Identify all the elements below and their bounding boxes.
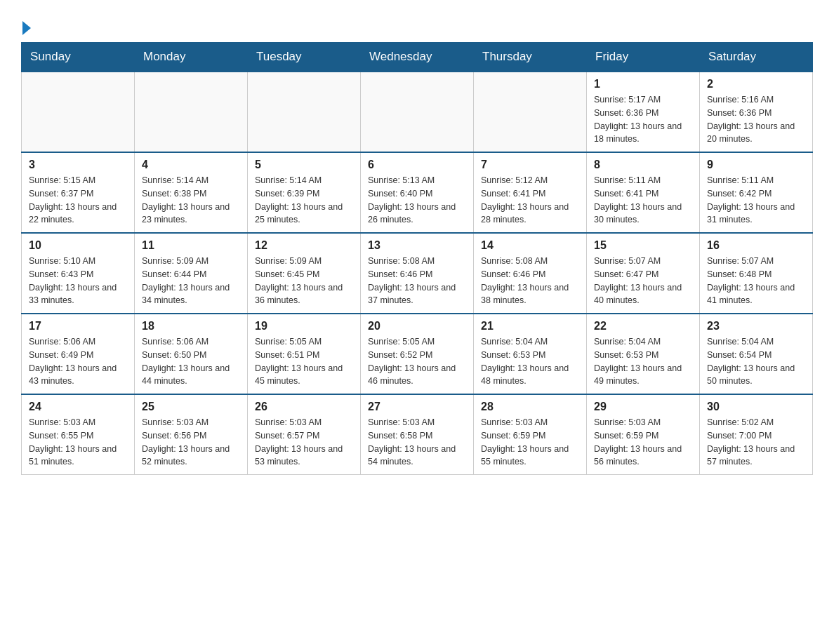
calendar-cell: 23Sunrise: 5:04 AMSunset: 6:54 PMDayligh… <box>700 314 813 394</box>
logo <box>21 14 31 35</box>
calendar-cell <box>248 72 361 152</box>
day-info: Sunrise: 5:06 AMSunset: 6:49 PMDaylight:… <box>29 335 127 388</box>
calendar-week-row: 1Sunrise: 5:17 AMSunset: 6:36 PMDaylight… <box>22 72 813 152</box>
calendar-cell: 27Sunrise: 5:03 AMSunset: 6:58 PMDayligh… <box>361 394 474 475</box>
calendar-week-row: 10Sunrise: 5:10 AMSunset: 6:43 PMDayligh… <box>22 233 813 314</box>
calendar-cell: 18Sunrise: 5:06 AMSunset: 6:50 PMDayligh… <box>135 314 248 394</box>
day-info: Sunrise: 5:14 AMSunset: 6:39 PMDaylight:… <box>255 174 353 227</box>
calendar-cell: 14Sunrise: 5:08 AMSunset: 6:46 PMDayligh… <box>474 233 587 314</box>
calendar-cell: 12Sunrise: 5:09 AMSunset: 6:45 PMDayligh… <box>248 233 361 314</box>
day-info: Sunrise: 5:08 AMSunset: 6:46 PMDaylight:… <box>368 255 466 307</box>
day-number: 20 <box>368 320 466 333</box>
day-number: 11 <box>142 239 240 252</box>
day-info: Sunrise: 5:11 AMSunset: 6:41 PMDaylight:… <box>594 174 692 227</box>
day-number: 23 <box>707 320 805 333</box>
calendar-cell: 8Sunrise: 5:11 AMSunset: 6:41 PMDaylight… <box>587 152 700 233</box>
calendar-cell: 7Sunrise: 5:12 AMSunset: 6:41 PMDaylight… <box>474 152 587 233</box>
calendar-cell: 9Sunrise: 5:11 AMSunset: 6:42 PMDaylight… <box>700 152 813 233</box>
day-number: 30 <box>707 401 805 413</box>
day-number: 7 <box>481 159 579 171</box>
calendar-cell: 2Sunrise: 5:16 AMSunset: 6:36 PMDaylight… <box>700 72 813 152</box>
calendar-week-row: 24Sunrise: 5:03 AMSunset: 6:55 PMDayligh… <box>22 394 813 475</box>
day-info: Sunrise: 5:09 AMSunset: 6:45 PMDaylight:… <box>255 255 353 307</box>
calendar-cell: 5Sunrise: 5:14 AMSunset: 6:39 PMDaylight… <box>248 152 361 233</box>
calendar-cell: 13Sunrise: 5:08 AMSunset: 6:46 PMDayligh… <box>361 233 474 314</box>
day-number: 28 <box>481 401 579 413</box>
day-number: 15 <box>594 239 692 252</box>
day-info: Sunrise: 5:03 AMSunset: 6:55 PMDaylight:… <box>29 416 127 469</box>
calendar-cell: 4Sunrise: 5:14 AMSunset: 6:38 PMDaylight… <box>135 152 248 233</box>
calendar-cell: 22Sunrise: 5:04 AMSunset: 6:53 PMDayligh… <box>587 314 700 394</box>
calendar-cell: 24Sunrise: 5:03 AMSunset: 6:55 PMDayligh… <box>22 394 135 475</box>
day-number: 14 <box>481 239 579 252</box>
calendar-cell: 26Sunrise: 5:03 AMSunset: 6:57 PMDayligh… <box>248 394 361 475</box>
calendar-cell <box>135 72 248 152</box>
calendar-cell: 16Sunrise: 5:07 AMSunset: 6:48 PMDayligh… <box>700 233 813 314</box>
calendar-cell: 17Sunrise: 5:06 AMSunset: 6:49 PMDayligh… <box>22 314 135 394</box>
day-number: 12 <box>255 239 353 252</box>
calendar-week-row: 3Sunrise: 5:15 AMSunset: 6:37 PMDaylight… <box>22 152 813 233</box>
day-info: Sunrise: 5:03 AMSunset: 6:58 PMDaylight:… <box>368 416 466 469</box>
weekday-header-wednesday: Wednesday <box>361 43 474 72</box>
day-info: Sunrise: 5:07 AMSunset: 6:47 PMDaylight:… <box>594 255 692 307</box>
day-number: 4 <box>142 159 240 171</box>
day-info: Sunrise: 5:11 AMSunset: 6:42 PMDaylight:… <box>707 174 805 227</box>
calendar-cell: 3Sunrise: 5:15 AMSunset: 6:37 PMDaylight… <box>22 152 135 233</box>
day-number: 13 <box>368 239 466 252</box>
day-info: Sunrise: 5:10 AMSunset: 6:43 PMDaylight:… <box>29 255 127 307</box>
day-number: 6 <box>368 159 466 171</box>
day-number: 3 <box>29 159 127 171</box>
day-number: 29 <box>594 401 692 413</box>
header <box>21 14 813 35</box>
day-info: Sunrise: 5:03 AMSunset: 6:56 PMDaylight:… <box>142 416 240 469</box>
calendar-cell: 20Sunrise: 5:05 AMSunset: 6:52 PMDayligh… <box>361 314 474 394</box>
day-info: Sunrise: 5:05 AMSunset: 6:51 PMDaylight:… <box>255 335 353 388</box>
calendar-cell <box>474 72 587 152</box>
weekday-header-monday: Monday <box>135 43 248 72</box>
weekday-header-tuesday: Tuesday <box>248 43 361 72</box>
weekday-header-thursday: Thursday <box>474 43 587 72</box>
calendar-cell: 19Sunrise: 5:05 AMSunset: 6:51 PMDayligh… <box>248 314 361 394</box>
day-info: Sunrise: 5:03 AMSunset: 6:59 PMDaylight:… <box>481 416 579 469</box>
calendar-cell: 1Sunrise: 5:17 AMSunset: 6:36 PMDaylight… <box>587 72 700 152</box>
calendar-table: SundayMondayTuesdayWednesdayThursdayFrid… <box>21 42 813 475</box>
calendar-cell: 21Sunrise: 5:04 AMSunset: 6:53 PMDayligh… <box>474 314 587 394</box>
calendar-cell: 30Sunrise: 5:02 AMSunset: 7:00 PMDayligh… <box>700 394 813 475</box>
day-info: Sunrise: 5:05 AMSunset: 6:52 PMDaylight:… <box>368 335 466 388</box>
day-info: Sunrise: 5:17 AMSunset: 6:36 PMDaylight:… <box>594 93 692 146</box>
day-info: Sunrise: 5:04 AMSunset: 6:54 PMDaylight:… <box>707 335 805 388</box>
calendar-cell <box>22 72 135 152</box>
weekday-header-sunday: Sunday <box>22 43 135 72</box>
day-info: Sunrise: 5:06 AMSunset: 6:50 PMDaylight:… <box>142 335 240 388</box>
calendar-cell: 10Sunrise: 5:10 AMSunset: 6:43 PMDayligh… <box>22 233 135 314</box>
day-number: 19 <box>255 320 353 333</box>
calendar-cell: 15Sunrise: 5:07 AMSunset: 6:47 PMDayligh… <box>587 233 700 314</box>
day-number: 27 <box>368 401 466 413</box>
day-info: Sunrise: 5:04 AMSunset: 6:53 PMDaylight:… <box>481 335 579 388</box>
day-info: Sunrise: 5:15 AMSunset: 6:37 PMDaylight:… <box>29 174 127 227</box>
weekday-header-row: SundayMondayTuesdayWednesdayThursdayFrid… <box>22 43 813 72</box>
day-number: 9 <box>707 159 805 171</box>
day-number: 24 <box>29 401 127 413</box>
day-info: Sunrise: 5:13 AMSunset: 6:40 PMDaylight:… <box>368 174 466 227</box>
day-number: 25 <box>142 401 240 413</box>
calendar-cell <box>361 72 474 152</box>
day-number: 26 <box>255 401 353 413</box>
weekday-header-saturday: Saturday <box>700 43 813 72</box>
calendar-cell: 6Sunrise: 5:13 AMSunset: 6:40 PMDaylight… <box>361 152 474 233</box>
calendar-cell: 28Sunrise: 5:03 AMSunset: 6:59 PMDayligh… <box>474 394 587 475</box>
day-info: Sunrise: 5:09 AMSunset: 6:44 PMDaylight:… <box>142 255 240 307</box>
calendar-cell: 11Sunrise: 5:09 AMSunset: 6:44 PMDayligh… <box>135 233 248 314</box>
day-number: 22 <box>594 320 692 333</box>
day-info: Sunrise: 5:03 AMSunset: 6:57 PMDaylight:… <box>255 416 353 469</box>
day-number: 21 <box>481 320 579 333</box>
day-info: Sunrise: 5:02 AMSunset: 7:00 PMDaylight:… <box>707 416 805 469</box>
calendar-cell: 25Sunrise: 5:03 AMSunset: 6:56 PMDayligh… <box>135 394 248 475</box>
logo-arrow-icon <box>22 21 31 35</box>
day-number: 5 <box>255 159 353 171</box>
day-number: 8 <box>594 159 692 171</box>
day-number: 1 <box>594 78 692 90</box>
day-info: Sunrise: 5:12 AMSunset: 6:41 PMDaylight:… <box>481 174 579 227</box>
day-info: Sunrise: 5:04 AMSunset: 6:53 PMDaylight:… <box>594 335 692 388</box>
day-number: 16 <box>707 239 805 252</box>
